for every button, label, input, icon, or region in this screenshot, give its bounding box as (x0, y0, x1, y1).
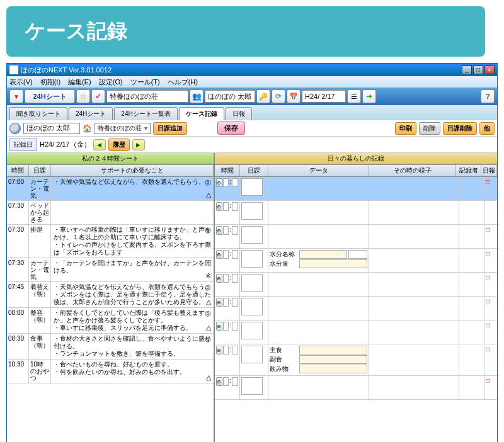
close-button[interactable]: × (484, 65, 495, 74)
delete-schedule-button[interactable]: 日課削除 (443, 122, 477, 135)
task-input[interactable] (241, 202, 263, 220)
menu-view[interactable]: 表示(V) (9, 77, 33, 87)
record-row[interactable]: ⊕:□ (215, 225, 497, 249)
time-input[interactable] (223, 298, 229, 307)
field-unit[interactable] (348, 250, 367, 259)
save-button[interactable]: 保存 (217, 122, 245, 135)
date-field[interactable]: H24/ 2/17 (302, 90, 346, 103)
tab-case-record[interactable]: ケース記録 (179, 107, 224, 120)
facility-select[interactable]: 特養ほのぼの荘 (94, 123, 151, 134)
cell-recorder[interactable] (459, 320, 484, 344)
menu-tools[interactable]: ツール(T) (130, 77, 160, 87)
cell-recorder[interactable] (459, 297, 484, 320)
cell-task[interactable] (240, 225, 268, 248)
cell-recorder[interactable] (459, 376, 484, 399)
table-row[interactable]: 07:30カーテン・電気・「カーテンを開けますか」と声をかけ、カーテンを開ける。… (7, 258, 214, 282)
field-input[interactable] (299, 259, 367, 268)
record-row[interactable]: ⊕:□ (215, 273, 497, 297)
calendar-button[interactable] (287, 89, 301, 103)
task-input[interactable] (241, 322, 263, 339)
cell-task[interactable] (240, 376, 268, 399)
history-button[interactable]: 履歴 (108, 139, 130, 151)
menu-help[interactable]: ヘルプ(H) (168, 77, 198, 87)
people-button[interactable] (190, 89, 203, 103)
search-icon[interactable] (9, 123, 21, 134)
go-button[interactable] (362, 89, 376, 103)
cell-recorder[interactable] (459, 249, 484, 272)
add-schedule-button[interactable]: 日課追加 (153, 122, 187, 135)
cell-state[interactable] (369, 225, 459, 248)
cell-report[interactable]: □ (484, 297, 497, 320)
table-row[interactable]: 10:3010時のおやつ・食べたいものを尋ね、好むものを渡す。・何を飲みたいのか… (7, 360, 214, 383)
cell-report[interactable]: □ (484, 225, 497, 248)
time-input[interactable] (232, 274, 238, 283)
cell-recorder[interactable] (459, 344, 484, 375)
other-button[interactable]: 他 (479, 122, 495, 135)
record-row[interactable]: ⊕:水分名称水分量□ (215, 249, 497, 273)
prev-day-button[interactable]: ◀ (93, 139, 106, 150)
cell-task[interactable] (240, 273, 268, 296)
record-row[interactable]: ⊕:□ (215, 177, 497, 201)
table-row[interactable]: 08:30食事（朝）・食材の大きさと固さを確認し、食べやすいように盛り付ける。・… (7, 334, 214, 360)
cell-state[interactable] (369, 177, 459, 200)
time-input[interactable] (223, 178, 229, 187)
record-row[interactable]: ⊕:主食副食飲み物□ (215, 344, 497, 376)
help-button[interactable]: ? (481, 89, 495, 103)
task-input[interactable] (241, 274, 263, 292)
task-input[interactable] (241, 226, 263, 244)
time-input[interactable] (232, 322, 238, 331)
time-input[interactable] (232, 298, 238, 307)
expand-button[interactable]: ⊕ (216, 346, 222, 354)
field-input[interactable] (299, 355, 367, 364)
time-input[interactable] (223, 377, 229, 386)
time-input[interactable] (232, 250, 238, 259)
table-row[interactable]: 07:00カーテン・電気・天候や気温など伝えながら、衣類を選んでもらう。◎△ (7, 177, 214, 201)
menu-settings[interactable]: 設定(O) (99, 77, 123, 87)
cell-task[interactable] (240, 320, 268, 344)
favorite-button[interactable] (76, 89, 90, 103)
cell-report[interactable]: □ (484, 273, 497, 296)
menu-edit[interactable]: 編集(E) (68, 77, 91, 87)
tab-daily-report[interactable]: 日報 (226, 107, 252, 120)
time-input[interactable] (232, 178, 238, 187)
time-input[interactable] (223, 322, 229, 331)
task-input[interactable] (241, 250, 263, 268)
task-input[interactable] (241, 346, 263, 363)
list-button[interactable]: ☰ (347, 89, 361, 103)
time-input[interactable] (232, 202, 238, 211)
table-row[interactable]: 08:00整容（朝）・前髪をくしでとかしていた際は「後ろ髪も整えますか」と声をか… (7, 308, 214, 334)
time-input[interactable] (223, 274, 229, 283)
cell-report[interactable]: □ (484, 320, 497, 344)
cell-state[interactable] (369, 376, 459, 399)
field-input[interactable] (299, 346, 367, 354)
cell-state[interactable] (369, 320, 459, 344)
time-input[interactable] (223, 250, 229, 259)
next-day-button[interactable]: ▶ (132, 139, 145, 150)
cell-state[interactable] (369, 249, 459, 272)
cell-task[interactable] (240, 249, 268, 272)
cell-task[interactable] (240, 177, 268, 200)
cell-state[interactable] (369, 201, 459, 224)
check-button[interactable] (91, 89, 105, 103)
task-input[interactable] (241, 298, 263, 315)
cell-report[interactable]: □ (484, 344, 497, 375)
cell-report[interactable]: □ (484, 177, 497, 200)
key-button[interactable] (256, 89, 270, 103)
cell-recorder[interactable] (459, 273, 484, 296)
cell-recorder[interactable] (459, 177, 484, 200)
cell-state[interactable] (369, 273, 459, 296)
task-input[interactable] (241, 178, 263, 196)
expand-button[interactable]: ⊕ (216, 226, 222, 235)
delete-button[interactable]: 削除 (419, 122, 440, 135)
cell-task[interactable] (240, 201, 268, 224)
record-row[interactable]: ⊕:□ (215, 376, 497, 400)
task-input[interactable] (241, 377, 263, 395)
print-button[interactable]: 印刷 (395, 122, 416, 135)
cell-recorder[interactable] (459, 201, 484, 224)
record-row[interactable]: ⊕: (215, 201, 497, 225)
expand-button[interactable]: ⊕ (216, 377, 222, 386)
record-row[interactable]: ⊕:□ (215, 297, 497, 320)
cell-state[interactable] (369, 297, 459, 320)
time-input[interactable] (232, 226, 238, 235)
table-row[interactable]: 07:45着替え（朝）・天気や気温などを伝えながら、衣類を選んでもらう。・ズボン… (7, 282, 214, 308)
